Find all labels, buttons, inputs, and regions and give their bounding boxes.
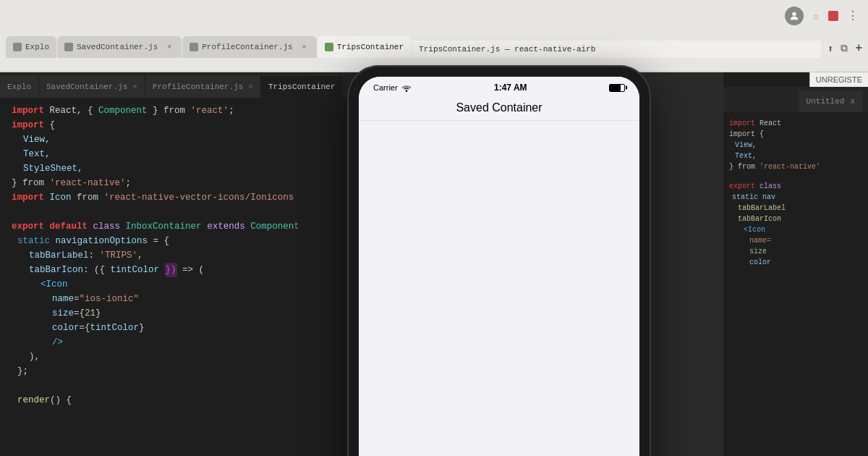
address-text: TripsContainer.js — react-native-airb — [419, 45, 595, 54]
status-bar: Carrier 1:47 AM — [359, 77, 639, 96]
status-left: Carrier — [373, 83, 412, 92]
user-avatar-icon[interactable] — [785, 7, 804, 25]
tab-favicon — [13, 43, 22, 51]
tab-label: ProfileContainer.js — [202, 43, 292, 51]
address-bar[interactable]: TripsContainer.js — react-native-airb — [412, 41, 821, 58]
right-code-line: View, — [726, 140, 865, 151]
editor-tab-label: Explo — [7, 83, 31, 91]
battery-icon — [609, 84, 625, 92]
right-tab-label: Untitled — [807, 97, 845, 106]
right-code-line: tabBarIcon — [726, 214, 865, 224]
status-time: 1:47 AM — [494, 83, 527, 93]
bookmark-icon[interactable]: ☆ — [812, 9, 820, 23]
tab-label: Explo — [25, 43, 49, 51]
share-icon[interactable]: ⬆ — [827, 43, 833, 55]
device-screen: Carrier 1:47 AM — [359, 77, 639, 456]
status-right — [609, 84, 625, 92]
editor-tab-close-icon[interactable]: × — [132, 83, 137, 91]
device-nav-bar: Saved Container — [359, 96, 639, 121]
tab-close-icon[interactable]: × — [164, 42, 174, 52]
tab-favicon — [64, 43, 73, 51]
editor-tab-label: TripsContainer — [268, 83, 335, 91]
svg-point-0 — [793, 12, 796, 16]
right-code-line: color — [726, 257, 865, 268]
right-panel-tab-untitled[interactable]: Untitled x — [799, 90, 862, 112]
menu-icon[interactable]: ⋮ — [847, 9, 859, 23]
right-code-line: static nav — [726, 192, 865, 203]
editor-tab-saved[interactable]: SavedContainer.js × — [39, 76, 145, 98]
right-code-line: import React — [726, 118, 865, 129]
tab-explr[interactable]: Explo — [6, 36, 56, 58]
tab-trips[interactable]: TripsContainer — [318, 36, 411, 58]
tab-favicon — [190, 43, 198, 51]
tab-close-icon[interactable]: × — [299, 42, 310, 52]
editor-tab-explr[interactable]: Explo — [0, 76, 39, 98]
screen-title: Saved Container — [456, 101, 542, 114]
carrier-label: Carrier — [373, 83, 398, 92]
browser-tab-bar: Explo SavedContainer.js × ProfileContain… — [0, 32, 868, 58]
editor-tab-label: SavedContainer.js — [46, 83, 127, 91]
browser-chrome: ☆ ⋮ Explo SavedContainer.js × ProfileCon… — [0, 0, 868, 72]
tab-favicon — [325, 43, 333, 51]
wifi-icon — [401, 83, 412, 92]
new-tab-icon[interactable]: + — [855, 42, 862, 55]
tab-label: SavedContainer.js — [77, 43, 158, 51]
editor-tab-close-icon[interactable]: × — [248, 83, 253, 91]
tab-label: TripsContainer — [337, 43, 404, 51]
right-code-line: size — [726, 246, 865, 257]
device-wrapper: Carrier 1:47 AM — [347, 65, 665, 456]
device-frame: Carrier 1:47 AM — [347, 65, 651, 456]
right-panel-code: import React import { View, Text, } from… — [723, 112, 868, 274]
editor-tab-profile[interactable]: ProfileContainer.js × — [145, 76, 261, 98]
editor-tab-trips[interactable]: TripsContainer — [261, 76, 343, 98]
editor-tab-label: ProfileContainer.js — [153, 83, 243, 91]
right-code-line — [726, 172, 865, 181]
right-code-line: } from 'react-native' — [726, 161, 865, 172]
right-tab-close-icon[interactable]: x — [850, 97, 855, 106]
battery-fill — [610, 85, 621, 91]
main-layout: Explo SavedContainer.js × ProfileContain… — [0, 72, 868, 456]
right-code-line: <Icon — [726, 224, 865, 235]
tab-saved[interactable]: SavedContainer.js × — [57, 36, 182, 58]
browser-toolbar: ☆ ⋮ — [0, 0, 868, 32]
right-code-line: export class — [726, 181, 865, 192]
right-code-line: name= — [726, 235, 865, 246]
svg-point-1 — [405, 90, 407, 92]
unregister-banner: UNREGISTE — [809, 72, 868, 87]
right-code-line: import { — [726, 129, 865, 140]
unregister-label: UNREGISTE — [816, 75, 862, 84]
tab-profile[interactable]: ProfileContainer.js × — [182, 36, 316, 58]
right-panel: UNREGISTE Untitled x import React import… — [723, 72, 868, 456]
right-code-line: Text, — [726, 151, 865, 161]
right-code-line: tabBarLabel — [726, 203, 865, 214]
extension-icon[interactable] — [828, 11, 838, 21]
screen-content — [359, 121, 639, 456]
right-panel-tabs: Untitled x — [723, 87, 868, 112]
tabs-icon[interactable]: ⧉ — [841, 43, 848, 54]
